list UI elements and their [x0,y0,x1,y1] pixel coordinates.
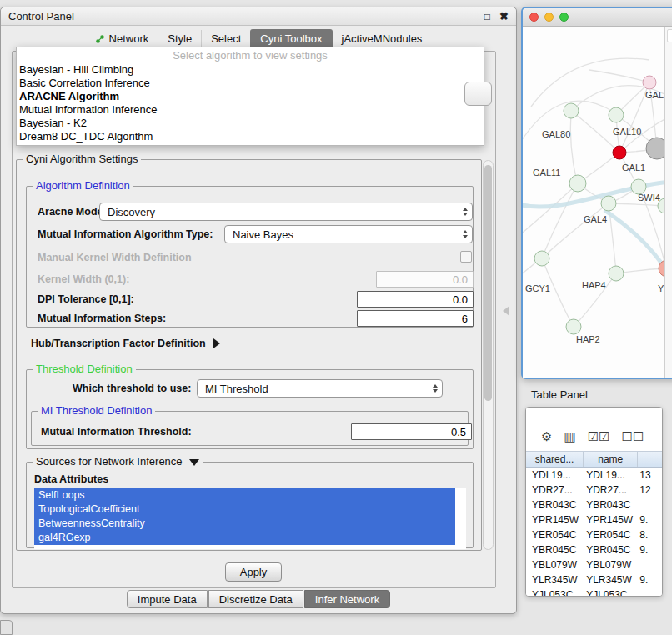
zoom-traffic-light-icon[interactable] [559,12,569,22]
mi-threshold-field[interactable] [351,423,472,440]
network-scrollbar[interactable] [664,27,672,378]
float-button[interactable]: □ [484,11,490,22]
table-row[interactable]: YER054CYER054C8. [526,528,662,542]
cyni-settings-title: Cyni Algorithm Settings [23,153,141,165]
table-row[interactable]: YPR145WYPR145W9. [526,512,662,528]
mi-threshold-group-title: MI Threshold Definition [38,405,155,417]
aracne-mode-select[interactable]: Discovery [99,202,473,221]
minimize-traffic-light-icon[interactable] [544,12,554,22]
attribute-item-betweennesscentrality[interactable]: BetweennessCentrality [34,517,455,531]
panel-collapse-handle[interactable] [503,306,509,316]
tab-label: Network [109,33,149,45]
close-traffic-light-icon[interactable] [529,12,539,22]
tab-label: Select [211,33,241,45]
column-header-blank[interactable] [638,452,662,467]
algorithm-option-bayesian-hill-climbing[interactable]: Bayesian - Hill Climbing [17,63,484,77]
kernel-width-field[interactable] [376,271,474,288]
table-cell: YBR045C [584,542,638,558]
network-node[interactable] [643,76,656,89]
hub-definition-expander[interactable]: Hub/Transcription Factor Definition [31,338,220,350]
tab-jactivemnodules[interactable]: jActiveMNodules [333,30,432,48]
algorithm-option-dream8-dc-tdc-algorithm[interactable]: Dream8 DC_TDC Algorithm [17,130,484,143]
algorithm-option-bayesian-k2[interactable]: Bayesian - K2 [17,117,484,130]
which-threshold-select[interactable]: MI Threshold [197,379,443,398]
manual-kernel-checkbox[interactable] [460,251,472,262]
column-header-shared[interactable]: shared... [526,452,584,467]
network-node[interactable] [609,108,624,122]
table-row[interactable]: YBR043CYBR043C [526,498,662,512]
show-columns-icon[interactable]: ▥ [564,430,575,443]
column-header-name[interactable]: name [584,452,638,467]
network-node[interactable] [609,266,624,281]
table-cell: YBL079W [526,558,584,572]
table-row[interactable]: YDL19...YDL19...13 [526,468,662,482]
table-cell: YDL19... [584,468,638,482]
settings-scrollbar-thumb[interactable] [484,165,492,401]
data-attributes-label: Data Attributes [34,473,108,486]
table-cell: YJL053C [526,588,584,597]
network-node[interactable] [646,138,664,159]
apply-button[interactable]: Apply [225,562,282,582]
table-cell: 12 [638,482,662,498]
network-window-titlebar[interactable] [523,8,672,27]
tab-style[interactable]: Style [158,30,201,48]
which-threshold-label: Which threshold to use: [73,382,191,395]
node-label-gal10: GAL10 [613,127,641,137]
table-cell: YLR345W [584,572,638,588]
attribute-item-selfloops[interactable]: SelfLoops [34,488,455,502]
table-row[interactable]: YBR045CYBR045C9. [526,542,662,558]
algorithm-option-aracne-algorithm[interactable]: ARACNE Algorithm [17,90,484,103]
table-row[interactable]: YDR27...YDR27...12 [526,482,662,498]
threshold-definition-title: Threshold Definition [33,363,136,375]
collapse-down-icon [189,459,199,466]
settings-scrollbar-track[interactable] [483,160,494,550]
table-row[interactable]: YJL053CYJL053C [526,588,662,597]
dropdown-placeholder: Select algorithm to view settings [17,48,484,63]
tab-label: Style [168,33,192,45]
dpi-tolerance-field[interactable] [357,291,474,308]
combo-stepper-icon [458,203,472,220]
collapsed-panel-corner[interactable] [0,620,13,635]
algorithm-definition-title: Algorithm Definition [33,180,133,192]
tab-impute-data[interactable]: Impute Data [127,590,208,608]
sources-title: Sources for Network Inference [36,455,183,468]
network-node[interactable] [566,319,581,334]
mi-steps-field[interactable] [357,310,474,327]
sources-expander[interactable]: Sources for Network Inference [33,456,203,468]
network-view-window: GALGAL80GAL10GAL11GAL1SWI4GAL4GCY1HAP4YH… [521,7,672,379]
tab-select[interactable]: Select [201,30,250,48]
algorithm-option-basic-correlation-inference[interactable]: Basic Correlation Inference [17,77,484,90]
tab-network[interactable]: Network [86,30,158,48]
table-cell: YJL053C [584,588,638,597]
network-node[interactable] [564,103,579,118]
close-button[interactable]: ✖ [499,10,509,22]
tab-infer-network[interactable]: Infer Network [304,590,390,608]
network-node[interactable] [613,146,626,159]
table-cell: 13 [638,468,662,482]
inline-small-button[interactable] [464,82,492,106]
tab-label: Cyni Toolbox [260,33,322,45]
algorithm-option-mutual-information-inference[interactable]: Mutual Information Inference [17,103,484,117]
network-canvas-container: GALGAL80GAL10GAL11GAL1SWI4GAL4GCY1HAP4YH… [523,27,664,378]
select-all-icon[interactable]: ☑☑ [588,430,610,443]
settings-gear-icon[interactable]: ⚙ [541,430,552,443]
attribute-item-topologicalcoefficient[interactable]: TopologicalCoefficient [34,502,455,517]
aracne-mode-value: Discovery [100,206,458,218]
attribute-item-gal4rgexp[interactable]: gal4RGexp [34,531,455,545]
node-label-gcy1: GCY1 [525,283,550,293]
mi-steps-label: Mutual Information Steps: [38,312,166,325]
network-canvas[interactable]: GALGAL80GAL10GAL11GAL1SWI4GAL4GCY1HAP4YH… [523,27,664,378]
desktop: Control Panel □✖ NetworkStyleSelectCyni … [0,0,672,635]
network-scrollbar-button[interactable] [667,29,672,42]
network-node[interactable] [601,196,616,211]
mi-type-select[interactable]: Naive Bayes [224,225,473,243]
table-cell: YDR27... [584,482,638,498]
table-row[interactable]: YBL079WYBL079W [526,558,662,572]
network-node[interactable] [534,251,549,266]
clear-selection-icon[interactable]: ☐☐ [622,430,644,443]
control-panel-titlebar[interactable]: Control Panel □✖ [1,8,516,26]
table-cell: 9. [638,572,662,588]
table-row[interactable]: YLR345WYLR345W9. [526,572,662,588]
tab-discretize-data[interactable]: Discretize Data [208,590,303,608]
network-node[interactable] [569,175,586,192]
